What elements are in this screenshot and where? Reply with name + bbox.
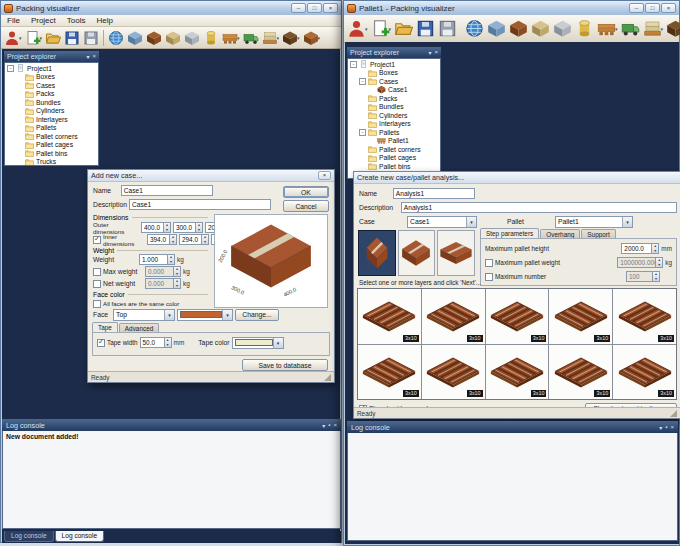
save-button[interactable]	[63, 29, 81, 47]
globe-button[interactable]	[464, 18, 485, 39]
outer-width-input[interactable]: 300.0▴▾	[173, 222, 203, 233]
ok-button[interactable]: OK	[283, 186, 329, 198]
tree-item-cases[interactable]: Cases	[5, 81, 98, 90]
case-orientation-upright[interactable]	[358, 230, 396, 276]
tree-subitem-case1[interactable]: Case1	[348, 86, 440, 95]
globe-button[interactable]	[107, 29, 125, 47]
pallet-select[interactable]: Pallet1▾	[555, 216, 633, 228]
truck-button[interactable]	[242, 29, 260, 47]
tree-item-bundles[interactable]: Bundles	[348, 103, 440, 112]
cylinder-button[interactable]	[574, 18, 595, 39]
minimize-button[interactable]: –	[291, 3, 306, 13]
spinner-buttons[interactable]: ▴▾	[173, 278, 181, 289]
weight-input[interactable]: 1.000▴▾	[139, 254, 175, 265]
close-icon[interactable]: ×	[333, 422, 337, 429]
spinner-buttons[interactable]: ▴▾	[173, 266, 181, 277]
chest-button[interactable]	[508, 18, 529, 39]
chevron-down-icon[interactable]: ▾	[86, 53, 89, 60]
net-weight-input[interactable]: 0.000▴▾	[145, 278, 181, 289]
tree-expander-icon[interactable]: -	[7, 65, 14, 72]
layer-pattern-thumbnail-2[interactable]: 3x10	[422, 289, 485, 344]
layer-pattern-thumbnail-5[interactable]: 3x10	[613, 289, 676, 344]
inner-length-input[interactable]: 394.0▴▾	[147, 234, 177, 245]
analysis-button[interactable]: ▾	[302, 29, 322, 47]
tree-item-boxes[interactable]: Boxes	[5, 73, 98, 82]
tree-item-packs[interactable]: Packs	[5, 90, 98, 99]
layer-pattern-thumbnail-3[interactable]: 3x10	[486, 289, 549, 344]
close-icon[interactable]: ×	[92, 53, 96, 60]
box-button[interactable]	[486, 18, 507, 39]
container-button[interactable]: ▾	[665, 18, 680, 39]
max-pallet-height-input[interactable]: 2000.0▴▾	[621, 243, 659, 254]
log-tab-log-console[interactable]: Log console	[55, 531, 105, 542]
menu-file[interactable]: File	[7, 16, 20, 25]
menu-help[interactable]: Help	[96, 16, 112, 25]
save-all-button[interactable]	[437, 18, 458, 39]
inner-dimensions-checkbox[interactable]	[93, 236, 101, 244]
tape-color-select[interactable]: ▾	[232, 337, 284, 349]
crate-button[interactable]	[164, 29, 182, 47]
description-input[interactable]: Analysis1	[401, 202, 677, 213]
log-console-header[interactable]: Log console ▾▪×	[347, 421, 678, 433]
layer-pattern-thumbnail-8[interactable]: 3x10	[486, 345, 549, 400]
menu-tools[interactable]: Tools	[67, 16, 86, 25]
tree-item-trucks[interactable]: Trucks	[5, 158, 98, 167]
user-button[interactable]: ▾	[3, 29, 23, 47]
net-weight-checkbox[interactable]	[93, 280, 101, 288]
max-pallet-weight-checkbox[interactable]	[485, 259, 493, 267]
tree-item-pallet-corners[interactable]: Pallet corners	[348, 145, 440, 154]
case-orientation-flat[interactable]	[437, 230, 475, 276]
tree-item-interlayers[interactable]: Interlayers	[348, 120, 440, 129]
spinner-buttons[interactable]: ▴▾	[655, 257, 663, 268]
chevron-down-icon[interactable]: ▾	[428, 49, 431, 56]
minimize-button[interactable]: –	[629, 3, 644, 13]
tape-width-checkbox[interactable]	[97, 339, 105, 347]
project-explorer-header[interactable]: Project explorer ▾×	[347, 47, 441, 58]
tree-item-cylinders[interactable]: Cylinders	[348, 111, 440, 120]
pallet-load-button[interactable]: ▾	[261, 29, 281, 47]
new-document-button[interactable]: ▾	[24, 29, 44, 47]
open-folder-button[interactable]	[44, 29, 62, 47]
spinner-buttons[interactable]: ▴▾	[163, 222, 171, 233]
open-folder-button[interactable]	[393, 18, 414, 39]
pallet-button[interactable]: ▾	[221, 29, 241, 47]
chevron-down-icon[interactable]: ▾	[322, 422, 325, 429]
face-color-select[interactable]: ▾	[177, 309, 233, 321]
close-icon[interactable]: ×	[670, 424, 674, 431]
name-input[interactable]: Analysis1	[393, 188, 475, 199]
box-button[interactable]	[126, 29, 144, 47]
spinner-buttons[interactable]: ▴▾	[169, 234, 177, 245]
tree-item-pallets[interactable]: Pallets	[5, 124, 98, 133]
maximize-button[interactable]: □	[645, 3, 660, 13]
tree-expander-icon[interactable]: -	[350, 61, 357, 68]
tree-subitem-pallet1[interactable]: Pallet1	[348, 137, 440, 146]
slab-button[interactable]	[183, 29, 201, 47]
menu-project[interactable]: Project	[31, 16, 56, 25]
tree-item-pallet-corners[interactable]: Pallet corners	[5, 132, 98, 141]
pin-icon[interactable]: ▪	[665, 424, 667, 431]
cancel-button[interactable]: Cancel	[283, 200, 329, 212]
tree-root[interactable]: -Project1	[348, 60, 440, 69]
project-explorer-header[interactable]: Project explorer ▾×	[4, 51, 99, 62]
pin-icon[interactable]: ▪	[328, 422, 330, 429]
tree-item-pallets[interactable]: -Pallets	[348, 128, 440, 137]
save-button[interactable]	[415, 18, 436, 39]
log-console-header[interactable]: Log console ▾▪×	[2, 419, 341, 431]
layer-pattern-thumbnail-7[interactable]: 3x10	[422, 345, 485, 400]
spinner-buttons[interactable]: ▴▾	[164, 337, 172, 348]
change-color-button[interactable]: Change...	[235, 309, 279, 321]
user-button[interactable]: ▾	[346, 18, 369, 39]
inner-width-input[interactable]: 294.0▴▾	[179, 234, 209, 245]
tree-item-pallet-cages[interactable]: Pallet cages	[5, 141, 98, 150]
dialog-close-button[interactable]: ×	[318, 171, 331, 180]
cylinder-button[interactable]	[202, 29, 220, 47]
truck-button[interactable]	[620, 18, 641, 39]
pallet-load-button[interactable]: ▾	[642, 18, 665, 39]
description-input[interactable]: Case1	[129, 199, 271, 210]
left-window-titlebar[interactable]: Packing visualizer – □ ×	[1, 1, 341, 15]
tree-item-cases[interactable]: -Cases	[348, 77, 440, 86]
spinner-buttons[interactable]: ▴▾	[195, 222, 203, 233]
max-number-input[interactable]: 100▴▾	[626, 271, 660, 282]
case-select[interactable]: Case1▾	[407, 216, 477, 228]
new-document-button[interactable]: ▾	[370, 18, 393, 39]
